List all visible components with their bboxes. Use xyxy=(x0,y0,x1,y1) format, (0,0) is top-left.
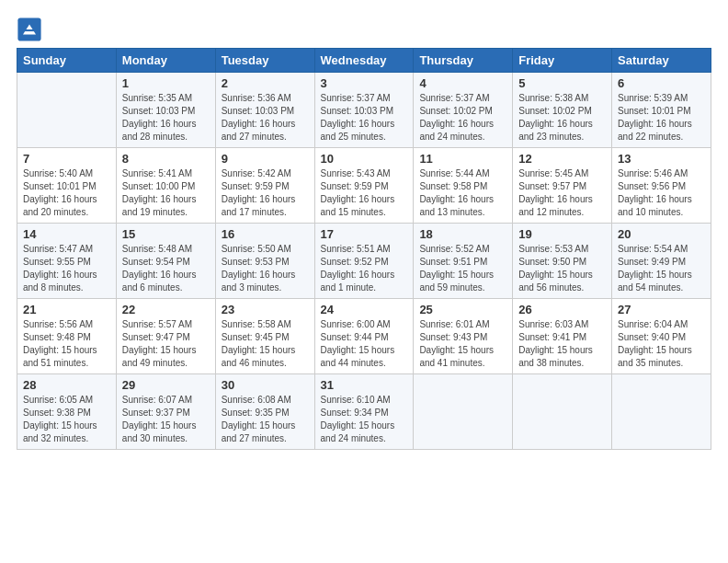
day-number: 22 xyxy=(122,303,210,316)
day-number: 24 xyxy=(321,303,408,316)
calendar-cell xyxy=(17,73,117,148)
calendar-cell: 14Sunrise: 5:47 AM Sunset: 9:55 PM Dayli… xyxy=(17,224,117,299)
calendar-cell: 31Sunrise: 6:10 AM Sunset: 9:34 PM Dayli… xyxy=(314,374,414,450)
day-number: 5 xyxy=(518,76,606,90)
day-number: 6 xyxy=(618,76,705,90)
week-row-1: 1Sunrise: 5:35 AM Sunset: 10:03 PM Dayli… xyxy=(17,73,711,148)
day-number: 27 xyxy=(618,303,705,316)
day-info: Sunrise: 5:38 AM Sunset: 10:02 PM Daylig… xyxy=(518,92,606,144)
day-info: Sunrise: 5:48 AM Sunset: 9:54 PM Dayligh… xyxy=(122,243,210,294)
day-number: 9 xyxy=(222,152,309,166)
day-number: 13 xyxy=(618,152,705,166)
day-info: Sunrise: 5:43 AM Sunset: 9:59 PM Dayligh… xyxy=(321,167,408,219)
calendar-cell: 6Sunrise: 5:39 AM Sunset: 10:01 PM Dayli… xyxy=(612,73,711,148)
calendar-cell: 3Sunrise: 5:37 AM Sunset: 10:03 PM Dayli… xyxy=(314,73,414,148)
calendar-cell: 18Sunrise: 5:52 AM Sunset: 9:51 PM Dayli… xyxy=(414,224,513,299)
calendar-cell: 30Sunrise: 6:08 AM Sunset: 9:35 PM Dayli… xyxy=(215,374,314,450)
day-info: Sunrise: 5:42 AM Sunset: 9:59 PM Dayligh… xyxy=(222,167,309,219)
week-row-3: 14Sunrise: 5:47 AM Sunset: 9:55 PM Dayli… xyxy=(17,224,711,299)
day-info: Sunrise: 5:39 AM Sunset: 10:01 PM Daylig… xyxy=(618,92,705,144)
day-info: Sunrise: 5:58 AM Sunset: 9:45 PM Dayligh… xyxy=(222,318,309,370)
calendar-cell: 20Sunrise: 5:54 AM Sunset: 9:49 PM Dayli… xyxy=(612,224,711,299)
day-number: 15 xyxy=(122,227,210,241)
day-info: Sunrise: 5:54 AM Sunset: 9:49 PM Dayligh… xyxy=(618,243,705,294)
calendar-cell: 4Sunrise: 5:37 AM Sunset: 10:02 PM Dayli… xyxy=(414,73,513,148)
day-number: 17 xyxy=(321,227,408,241)
day-info: Sunrise: 5:35 AM Sunset: 10:03 PM Daylig… xyxy=(122,92,210,144)
calendar-cell: 9Sunrise: 5:42 AM Sunset: 9:59 PM Daylig… xyxy=(215,148,314,224)
day-info: Sunrise: 6:00 AM Sunset: 9:44 PM Dayligh… xyxy=(321,318,408,370)
day-number: 10 xyxy=(321,152,408,166)
day-info: Sunrise: 5:51 AM Sunset: 9:52 PM Dayligh… xyxy=(321,243,408,294)
calendar-cell xyxy=(612,374,711,450)
day-number: 1 xyxy=(122,76,210,90)
weekday-header-row: SundayMondayTuesdayWednesdayThursdayFrid… xyxy=(17,49,711,73)
day-info: Sunrise: 5:46 AM Sunset: 9:56 PM Dayligh… xyxy=(618,167,705,219)
calendar-cell: 26Sunrise: 6:03 AM Sunset: 9:41 PM Dayli… xyxy=(513,299,612,374)
day-info: Sunrise: 6:01 AM Sunset: 9:43 PM Dayligh… xyxy=(419,318,506,370)
day-info: Sunrise: 6:04 AM Sunset: 9:40 PM Dayligh… xyxy=(618,318,705,370)
header xyxy=(17,9,711,42)
calendar-cell: 29Sunrise: 6:07 AM Sunset: 9:37 PM Dayli… xyxy=(116,374,215,450)
day-number: 26 xyxy=(518,303,606,316)
calendar-cell: 25Sunrise: 6:01 AM Sunset: 9:43 PM Dayli… xyxy=(414,299,513,374)
calendar-table: SundayMondayTuesdayWednesdayThursdayFrid… xyxy=(17,48,711,450)
day-number: 28 xyxy=(23,378,110,392)
day-info: Sunrise: 6:07 AM Sunset: 9:37 PM Dayligh… xyxy=(122,394,210,445)
day-info: Sunrise: 5:53 AM Sunset: 9:50 PM Dayligh… xyxy=(518,243,606,294)
weekday-header-wednesday: Wednesday xyxy=(314,49,414,73)
day-info: Sunrise: 6:03 AM Sunset: 9:41 PM Dayligh… xyxy=(518,318,606,370)
calendar-cell: 1Sunrise: 5:35 AM Sunset: 10:03 PM Dayli… xyxy=(116,73,215,148)
day-info: Sunrise: 5:40 AM Sunset: 10:01 PM Daylig… xyxy=(23,167,110,219)
day-number: 2 xyxy=(222,76,309,90)
day-info: Sunrise: 5:56 AM Sunset: 9:48 PM Dayligh… xyxy=(23,318,110,370)
day-number: 25 xyxy=(419,303,506,316)
day-info: Sunrise: 5:57 AM Sunset: 9:47 PM Dayligh… xyxy=(122,318,210,370)
day-info: Sunrise: 5:47 AM Sunset: 9:55 PM Dayligh… xyxy=(23,243,110,294)
day-number: 31 xyxy=(321,378,408,392)
day-info: Sunrise: 6:08 AM Sunset: 9:35 PM Dayligh… xyxy=(222,394,309,445)
weekday-header-monday: Monday xyxy=(116,49,215,73)
calendar-cell: 27Sunrise: 6:04 AM Sunset: 9:40 PM Dayli… xyxy=(612,299,711,374)
day-info: Sunrise: 5:52 AM Sunset: 9:51 PM Dayligh… xyxy=(419,243,506,294)
day-number: 30 xyxy=(222,378,309,392)
calendar-cell xyxy=(414,374,513,450)
calendar-cell: 19Sunrise: 5:53 AM Sunset: 9:50 PM Dayli… xyxy=(513,224,612,299)
day-number: 11 xyxy=(419,152,506,166)
calendar-cell: 21Sunrise: 5:56 AM Sunset: 9:48 PM Dayli… xyxy=(17,299,117,374)
day-number: 3 xyxy=(321,76,408,90)
calendar-cell: 11Sunrise: 5:44 AM Sunset: 9:58 PM Dayli… xyxy=(414,148,513,224)
day-info: Sunrise: 6:05 AM Sunset: 9:38 PM Dayligh… xyxy=(23,394,110,445)
day-info: Sunrise: 6:10 AM Sunset: 9:34 PM Dayligh… xyxy=(321,394,408,445)
day-number: 18 xyxy=(419,227,506,241)
day-number: 21 xyxy=(23,303,110,316)
calendar-cell: 28Sunrise: 6:05 AM Sunset: 9:38 PM Dayli… xyxy=(17,374,117,450)
day-number: 8 xyxy=(122,152,210,166)
svg-rect-2 xyxy=(23,29,36,31)
week-row-5: 28Sunrise: 6:05 AM Sunset: 9:38 PM Dayli… xyxy=(17,374,711,450)
day-info: Sunrise: 5:50 AM Sunset: 9:53 PM Dayligh… xyxy=(222,243,309,294)
day-number: 7 xyxy=(23,152,110,166)
day-info: Sunrise: 5:36 AM Sunset: 10:03 PM Daylig… xyxy=(222,92,309,144)
week-row-4: 21Sunrise: 5:56 AM Sunset: 9:48 PM Dayli… xyxy=(17,299,711,374)
calendar-page: SundayMondayTuesdayWednesdayThursdayFrid… xyxy=(0,0,728,563)
calendar-cell: 22Sunrise: 5:57 AM Sunset: 9:47 PM Dayli… xyxy=(116,299,215,374)
day-number: 29 xyxy=(122,378,210,392)
day-info: Sunrise: 5:37 AM Sunset: 10:03 PM Daylig… xyxy=(321,92,408,144)
calendar-cell: 7Sunrise: 5:40 AM Sunset: 10:01 PM Dayli… xyxy=(17,148,117,224)
day-number: 14 xyxy=(23,227,110,241)
day-info: Sunrise: 5:41 AM Sunset: 10:00 PM Daylig… xyxy=(122,167,210,219)
calendar-cell: 5Sunrise: 5:38 AM Sunset: 10:02 PM Dayli… xyxy=(513,73,612,148)
calendar-cell: 10Sunrise: 5:43 AM Sunset: 9:59 PM Dayli… xyxy=(314,148,414,224)
weekday-header-friday: Friday xyxy=(513,49,612,73)
day-number: 23 xyxy=(222,303,309,316)
calendar-cell: 16Sunrise: 5:50 AM Sunset: 9:53 PM Dayli… xyxy=(215,224,314,299)
calendar-cell: 12Sunrise: 5:45 AM Sunset: 9:57 PM Dayli… xyxy=(513,148,612,224)
calendar-cell: 24Sunrise: 6:00 AM Sunset: 9:44 PM Dayli… xyxy=(314,299,414,374)
day-number: 20 xyxy=(618,227,705,241)
day-info: Sunrise: 5:45 AM Sunset: 9:57 PM Dayligh… xyxy=(518,167,606,219)
calendar-cell: 13Sunrise: 5:46 AM Sunset: 9:56 PM Dayli… xyxy=(612,148,711,224)
weekday-header-saturday: Saturday xyxy=(612,49,711,73)
day-number: 19 xyxy=(518,227,606,241)
calendar-cell: 15Sunrise: 5:48 AM Sunset: 9:54 PM Dayli… xyxy=(116,224,215,299)
